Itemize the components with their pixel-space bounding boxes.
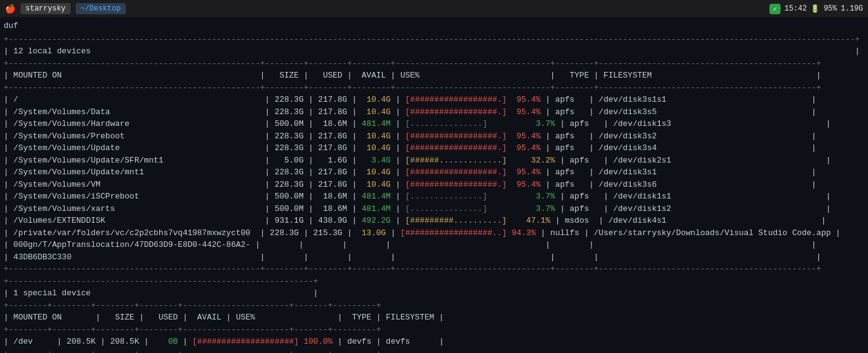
special-column-headers: | MOUNTED ON | SIZE | USED | AVAIL | USE…	[4, 311, 864, 324]
path-badge: ~/Desktop	[76, 3, 126, 14]
row-dev: | /dev | 208.5K | 208.5K | 0B | [#######…	[4, 336, 864, 348]
row-volumes-hardware: | /System/Volumes/Hardware | 500.0M | 18…	[4, 118, 864, 130]
battery-pct: 95%	[823, 4, 837, 13]
separator-special-header: +--------+--------+--------+--------+---…	[4, 300, 864, 312]
status-icon: ✓	[769, 4, 781, 14]
battery-icon: 🔋	[810, 4, 820, 14]
row-volumes-update-sfr: | /System/Volumes/Update/SFR/mnt1 | 5.0G…	[4, 154, 864, 167]
separator-special-col: +--------+--------+--------+--------+---…	[4, 324, 864, 336]
title-bar-left: 🍎 starrysky ~/Desktop	[5, 3, 126, 14]
separator-bottom-local: +---------------------------------------…	[4, 263, 864, 275]
special-device-header: | 1 special device |	[4, 287, 864, 300]
row-volumes-data: | /System/Volumes/Data | 228.3G | 217.8G…	[4, 106, 864, 118]
row-volumes-preboot: | /System/Volumes/Preboot | 228.3G | 217…	[4, 130, 864, 143]
time-display: 15:42	[784, 4, 807, 13]
row-continuation: | 000gn/T/AppTranslocation/47DD63D9-E8D0…	[4, 239, 864, 251]
user-badge: starrysky	[20, 3, 71, 14]
row-volumes-extenddisk: | /Volumes/EXTENDDISK | 931.1G | 438.9G …	[4, 215, 864, 227]
command-line: duf	[4, 20, 864, 32]
apple-icon: 🍎	[5, 4, 16, 14]
title-bar: 🍎 starrysky ~/Desktop ✓ 15:42 🔋 95% 1.19…	[0, 0, 868, 17]
separator-header: +---------------------------------------…	[4, 58, 864, 70]
separator-top: +---------------------------------------…	[4, 34, 864, 46]
separator-special-bottom: +--------+--------+--------+--------+---…	[4, 348, 864, 354]
row-private-var: | /private/var/folders/vc/c2p2cbhs7vq419…	[4, 227, 864, 239]
memory-display: 1.19G	[841, 4, 863, 13]
row-root: | / | 228.3G | 217.8G | 10.4G | [#######…	[4, 94, 864, 106]
row-volumes-xarts: | /System/Volumes/xarts | 500.0M | 18.6M…	[4, 203, 864, 215]
row-volumes-iscpreboot: | /System/Volumes/iSCPreboot | 500.0M | …	[4, 190, 864, 203]
row-volumes-vm: | /System/Volumes/VM | 228.3G | 217.8G |…	[4, 179, 864, 191]
separator-col: +---------------------------------------…	[4, 82, 864, 94]
column-headers: | MOUNTED ON | SIZE | USED | AVAIL | USE…	[4, 69, 864, 82]
row-volumes-update: | /System/Volumes/Update | 228.3G | 217.…	[4, 142, 864, 154]
title-bar-right: ✓ 15:42 🔋 95% 1.19G	[769, 4, 863, 14]
local-devices-header: | 12 local devices |	[4, 45, 864, 58]
row-continuation2: | 43DB6DB3C330 | | | | | | |	[4, 251, 864, 264]
terminal-body: duf +-----------------------------------…	[0, 17, 868, 353]
separator-special-top: +---------------------------------------…	[4, 275, 864, 288]
row-volumes-update-mnt1: | /System/Volumes/Update/mnt1 | 228.3G |…	[4, 166, 864, 179]
